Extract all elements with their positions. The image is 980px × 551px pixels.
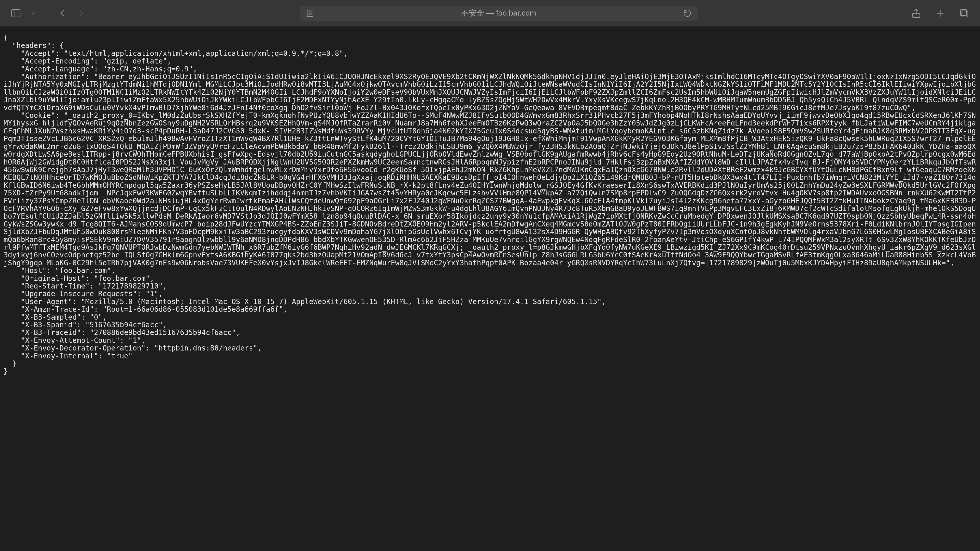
address-bar[interactable]: 不安全 — foo.bar.com <box>300 6 698 21</box>
tabs-overview-icon[interactable] <box>959 8 970 19</box>
titlebar-center: 不安全 — foo.bar.com <box>92 6 905 21</box>
share-icon[interactable] <box>911 8 922 19</box>
titlebar-left <box>10 8 87 19</box>
reader-mode-icon[interactable] <box>306 9 314 17</box>
page-content: { "headers": { "Accept": "text/html,appl… <box>0 27 980 551</box>
svg-rect-0 <box>12 10 20 17</box>
back-button[interactable] <box>57 8 68 19</box>
sidebar-toggle-icon[interactable] <box>10 8 21 19</box>
titlebar-right <box>911 8 970 19</box>
address-bar-text: 不安全 — foo.bar.com <box>320 8 678 18</box>
browser-titlebar: 不安全 — foo.bar.com <box>0 0 980 27</box>
forward-button[interactable] <box>76 8 87 19</box>
chevron-down-icon[interactable] <box>29 8 36 19</box>
reload-icon[interactable] <box>683 9 692 17</box>
svg-rect-9 <box>962 11 968 17</box>
new-tab-icon[interactable] <box>935 8 946 19</box>
svg-rect-10 <box>960 10 966 16</box>
